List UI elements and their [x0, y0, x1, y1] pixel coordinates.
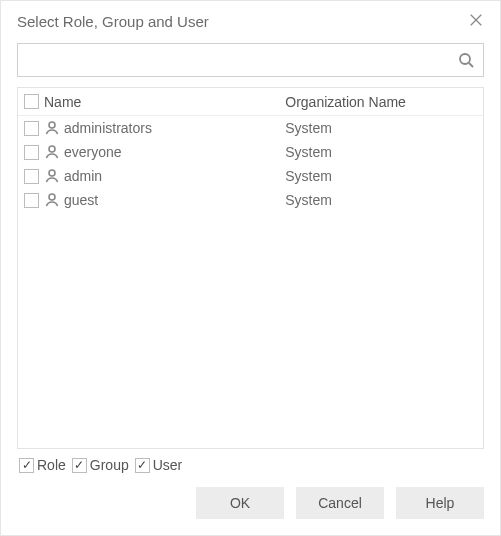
cancel-button[interactable]: Cancel [296, 487, 384, 519]
row-checkbox[interactable] [24, 121, 39, 136]
dialog-footer: OK Cancel Help [1, 481, 500, 535]
help-button[interactable]: Help [396, 487, 484, 519]
svg-point-6 [49, 170, 55, 176]
type-filter-row: Role Group User [17, 449, 484, 481]
user-icon [44, 192, 60, 208]
table-row[interactable]: adminSystem [18, 164, 483, 188]
filter-user-checkbox[interactable] [135, 458, 150, 473]
filter-group-checkbox[interactable] [72, 458, 87, 473]
filter-user-label: User [153, 457, 183, 473]
dialog-title: Select Role, Group and User [17, 13, 209, 30]
row-org: System [285, 168, 332, 184]
row-name: guest [64, 192, 98, 208]
row-name: admin [64, 168, 102, 184]
close-icon [469, 13, 483, 30]
user-icon [44, 144, 60, 160]
svg-point-4 [49, 122, 55, 128]
row-checkbox[interactable] [24, 193, 39, 208]
select-principal-dialog: Select Role, Group and User Name Organiz… [0, 0, 501, 536]
row-checkbox[interactable] [24, 169, 39, 184]
svg-line-3 [469, 63, 473, 67]
filter-role-checkbox[interactable] [19, 458, 34, 473]
user-icon [44, 120, 60, 136]
close-button[interactable] [466, 11, 486, 31]
svg-point-5 [49, 146, 55, 152]
row-org: System [285, 192, 332, 208]
dialog-body: Name Organization Name administratorsSys… [1, 41, 500, 481]
user-icon [44, 168, 60, 184]
filter-user[interactable]: User [135, 457, 183, 473]
row-name: everyone [64, 144, 122, 160]
filter-role-label: Role [37, 457, 66, 473]
row-org: System [285, 120, 332, 136]
ok-button[interactable]: OK [196, 487, 284, 519]
filter-group-label: Group [90, 457, 129, 473]
select-all-checkbox[interactable] [24, 94, 39, 109]
header-name[interactable]: Name [44, 94, 281, 110]
row-org: System [285, 144, 332, 160]
list-header: Name Organization Name [18, 88, 483, 116]
table-row[interactable]: everyoneSystem [18, 140, 483, 164]
table-row[interactable]: guestSystem [18, 188, 483, 212]
filter-role[interactable]: Role [19, 457, 66, 473]
row-checkbox[interactable] [24, 145, 39, 160]
search-field-wrap [17, 43, 484, 77]
principals-list[interactable]: Name Organization Name administratorsSys… [17, 87, 484, 449]
row-name: administrators [64, 120, 152, 136]
titlebar: Select Role, Group and User [1, 1, 500, 41]
search-input[interactable] [26, 44, 457, 76]
svg-point-7 [49, 194, 55, 200]
table-row[interactable]: administratorsSystem [18, 116, 483, 140]
search-icon[interactable] [457, 51, 475, 69]
header-org[interactable]: Organization Name [281, 94, 483, 110]
svg-point-2 [460, 54, 470, 64]
filter-group[interactable]: Group [72, 457, 129, 473]
